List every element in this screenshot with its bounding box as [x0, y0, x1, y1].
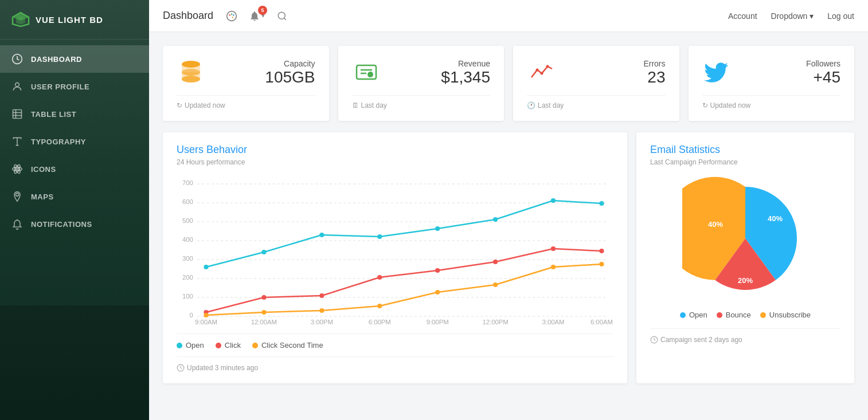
svg-point-70 [551, 246, 556, 251]
logo-icon [11, 10, 30, 29]
table-icon [11, 108, 23, 120]
content-area: Capacity 105GB ↻ Updated now [149, 32, 868, 420]
revenue-card: $ Revenue $1,345 🗓 Last day [338, 46, 505, 121]
dropdown-link[interactable]: Dropdown ▾ [771, 11, 814, 21]
notifications-button[interactable]: 5 ▾ [248, 7, 266, 25]
sidebar-item-icons[interactable]: ICONS [0, 155, 149, 183]
svg-text:6:00AM: 6:00AM [591, 319, 613, 324]
legend-email-bounce: Bounce [717, 311, 751, 319]
followers-card: Followers +45 ↻ Updated now [689, 46, 855, 121]
svg-point-18 [231, 13, 233, 15]
pie-chart-container: 40% 20% 40% [650, 175, 840, 301]
sidebar-item-dashboard[interactable]: DASHBOARD [0, 45, 149, 73]
search-icon [277, 11, 287, 21]
capacity-icon [177, 57, 205, 88]
typography-icon [11, 136, 23, 147]
errors-value: 23 [643, 68, 665, 87]
svg-text:40%: 40% [768, 214, 783, 223]
svg-text:200: 200 [182, 274, 193, 281]
followers-footer: ↻ Updated now [702, 95, 841, 109]
sidebar-item-table-list[interactable]: TABLE LIST [0, 100, 149, 128]
svg-point-17 [229, 14, 230, 15]
followers-value: +45 [806, 68, 840, 87]
logout-link[interactable]: Log out [827, 11, 854, 21]
svg-text:3:00PM: 3:00PM [311, 319, 333, 324]
svg-point-63 [599, 201, 604, 206]
svg-point-71 [599, 249, 604, 253]
svg-text:100: 100 [182, 293, 193, 300]
sidebar-item-maps[interactable]: MAPS [0, 183, 149, 210]
svg-text:40%: 40% [708, 220, 723, 229]
sidebar-item-typography[interactable]: TYPOGRAPHY [0, 128, 149, 155]
svg-point-66 [319, 293, 324, 298]
capacity-card: Capacity 105GB ↻ Updated now [163, 46, 329, 121]
svg-point-29 [536, 69, 539, 72]
users-behavior-subtitle: 24 Hours performance [177, 158, 613, 166]
email-stats-title: Email Statistics [650, 144, 840, 156]
palette-button[interactable] [222, 7, 241, 25]
svg-point-15 [16, 193, 19, 196]
svg-text:9:00PM: 9:00PM [427, 319, 449, 324]
legend-click2: Click Second Time [252, 341, 323, 350]
header: Dashboard 5 ▾ [149, 0, 868, 32]
capacity-label: Capacity [265, 59, 315, 68]
revenue-icon: $ [352, 57, 381, 88]
bell-icon [11, 218, 23, 230]
svg-point-77 [493, 282, 498, 287]
svg-point-74 [319, 308, 324, 313]
sidebar-logo: VUE LIGHT BD [0, 0, 149, 40]
svg-line-22 [284, 18, 286, 19]
chart-legend: Open Click Click Second Time [177, 333, 613, 356]
email-stats-panel: Email Statistics Last Campaign Performan… [636, 132, 854, 383]
svg-text:700: 700 [182, 179, 193, 186]
email-stats-subtitle: Last Campaign Performance [650, 158, 840, 166]
svg-point-30 [541, 72, 544, 75]
account-link[interactable]: Account [728, 11, 757, 21]
revenue-footer: 🗓 Last day [352, 95, 491, 109]
notification-badge: 5 [258, 6, 267, 15]
line-chart-container: .grid-line { stroke: #e0e0e0; stroke-wid… [177, 175, 613, 324]
sidebar-nav: DASHBOARD USER PROFILE TABLE LIST TYPOGR… [0, 45, 149, 238]
capacity-value: 105GB [265, 68, 315, 87]
dashboard-icon [11, 53, 23, 65]
sidebar-item-user-profile[interactable]: USER PROFILE [0, 73, 149, 100]
svg-text:6:00PM: 6:00PM [369, 319, 391, 324]
clock-icon [177, 364, 185, 372]
sidebar-item-notifications[interactable]: NOTIFICATIONS [0, 210, 149, 238]
svg-point-11 [16, 168, 18, 170]
svg-point-57 [261, 250, 266, 254]
palette-icon [226, 10, 237, 22]
email-legend: Open Bounce Unsubscribe [650, 311, 840, 319]
errors-footer: 🕐 Last day [527, 95, 666, 109]
chart-footer: Updated 3 minutes ago [177, 356, 613, 372]
legend-email-open: Open [680, 311, 707, 319]
svg-point-58 [319, 233, 324, 237]
legend-open: Open [177, 341, 204, 350]
svg-point-19 [233, 14, 234, 15]
svg-text:400: 400 [182, 236, 193, 243]
svg-point-21 [278, 12, 285, 19]
user-icon [11, 81, 23, 92]
svg-rect-5 [13, 110, 22, 119]
svg-text:0: 0 [190, 312, 193, 319]
search-button[interactable] [273, 7, 291, 25]
svg-text:12:00AM: 12:00AM [251, 319, 277, 324]
line-chart: .grid-line { stroke: #e0e0e0; stroke-wid… [177, 175, 613, 324]
svg-point-65 [261, 295, 266, 300]
bottom-panels: Users Behavior 24 Hours performance .gri… [163, 132, 854, 383]
svg-text:600: 600 [182, 198, 193, 205]
svg-point-62 [551, 198, 556, 203]
svg-point-79 [599, 262, 604, 266]
clock-footer-icon [650, 336, 658, 344]
legend-email-unsub: Unsubscribe [760, 311, 811, 319]
logo-text: VUE LIGHT BD [36, 15, 103, 25]
sidebar: VUE LIGHT BD DASHBOARD USER PROFILE TABL… [0, 0, 149, 420]
svg-point-60 [435, 226, 440, 231]
svg-point-20 [232, 17, 233, 18]
svg-text:20%: 20% [738, 276, 753, 285]
svg-point-16 [227, 11, 237, 21]
page-title: Dashboard [163, 10, 213, 22]
svg-point-25 [182, 76, 200, 83]
pie-chart: 40% 20% 40% [682, 175, 808, 301]
svg-point-73 [261, 310, 266, 315]
